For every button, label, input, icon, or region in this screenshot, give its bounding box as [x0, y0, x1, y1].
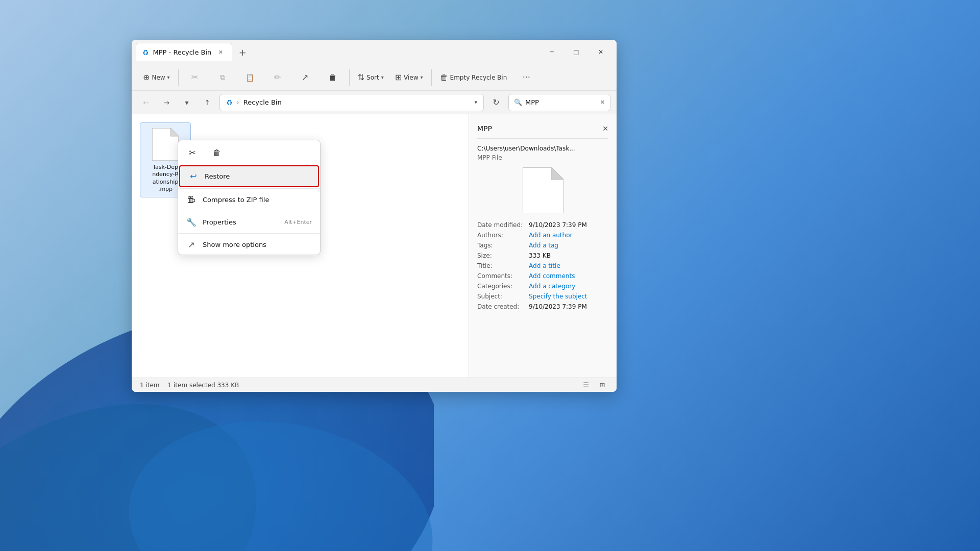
tags-label: Tags: — [477, 242, 523, 249]
categories-value[interactable]: Add a category — [529, 283, 608, 290]
empty-recycle-button[interactable]: 🗑 Empty Recycle Bin — [435, 66, 512, 89]
more-icon: ··· — [523, 72, 530, 82]
address-input[interactable]: ♻ › Recycle Bin ▾ — [219, 94, 484, 111]
new-tab-button[interactable]: + — [234, 44, 251, 60]
ctx-cut-button[interactable]: ✂ — [184, 144, 201, 161]
item-count: 1 item — [140, 382, 160, 389]
cut-button[interactable]: ✂ — [182, 66, 208, 89]
toolbar: ⊕ New ▾ ✂ ⧉ 📋 ✏ ↗ 🗑 ⇅ Sort ▾ ⊞ — [132, 64, 617, 91]
refresh-button[interactable]: ↻ — [488, 94, 504, 111]
sort-icon: ⇅ — [358, 72, 364, 82]
back-button[interactable]: ← — [138, 94, 154, 111]
comments-value[interactable]: Add comments — [529, 272, 608, 280]
share-button[interactable]: ↗ — [292, 66, 318, 89]
paste-icon: 📋 — [246, 73, 254, 82]
ctx-properties-item[interactable]: 🔧 Properties Alt+Enter — [178, 212, 320, 232]
context-menu: ✂ 🗑 ↩ Restore 🗜 Compress to ZIP file — [178, 140, 321, 255]
ctx-more-icon: ↗ — [186, 240, 197, 249]
ctx-properties-icon: 🔧 — [186, 217, 197, 227]
new-button[interactable]: ⊕ New ▾ — [138, 66, 175, 89]
details-file-type: MPP File — [477, 154, 608, 161]
details-file-path: C:\Users\user\Downloads\Task... — [477, 145, 608, 152]
ctx-divider-1 — [178, 188, 320, 189]
details-search: MPP ✕ — [477, 122, 608, 139]
authors-value[interactable]: Add an author — [529, 232, 608, 239]
address-icon: ♻ — [226, 98, 233, 107]
status-bar-right: ☰ ⊞ — [580, 379, 608, 391]
authors-label: Authors: — [477, 232, 523, 239]
recycle-bin-tab-icon: ♻ — [142, 48, 149, 57]
active-tab[interactable]: ♻ MPP - Recycle Bin ✕ — [136, 43, 232, 61]
close-button[interactable]: ✕ — [589, 44, 612, 60]
grid-view-button[interactable]: ⊞ — [596, 379, 608, 391]
details-panel: MPP ✕ C:\Users\user\Downloads\Task... MP… — [469, 114, 617, 378]
address-bar: ← → ▾ ↑ ♻ › Recycle Bin ▾ ↻ 🔍 MPP ✕ — [132, 91, 617, 114]
file-icon — [152, 128, 179, 161]
date-created-value: 9/10/2023 7:39 PM — [529, 303, 608, 310]
date-modified-value: 9/10/2023 7:39 PM — [529, 221, 608, 229]
details-preview — [477, 167, 608, 213]
view-icon: ⊞ — [395, 72, 402, 82]
file-name: Task-Depndency-Rationship.mpp — [152, 164, 179, 193]
ctx-properties-label: Properties — [203, 218, 236, 226]
new-label: New — [152, 74, 165, 81]
view-label: View — [404, 74, 418, 81]
title-label: Title: — [477, 262, 523, 269]
main-content: Task-Depndency-Rationship.mpp ✂ 🗑 ↩ Rest… — [132, 114, 617, 378]
ctx-more-item[interactable]: ↗ Show more options — [178, 235, 320, 255]
rename-icon: ✏ — [274, 72, 281, 82]
copy-icon: ⧉ — [220, 73, 225, 82]
svg-marker-4 — [170, 128, 179, 136]
ctx-cut-icon: ✂ — [189, 148, 195, 158]
title-value[interactable]: Add a title — [529, 262, 608, 269]
forward-button[interactable]: → — [158, 94, 175, 111]
view-button[interactable]: ⊞ View ▾ — [390, 66, 428, 89]
date-modified-label: Date modified: — [477, 221, 523, 229]
maximize-button[interactable]: □ — [565, 44, 588, 60]
explorer-window: ♻ MPP - Recycle Bin ✕ + ─ □ ✕ ⊕ New ▾ ✂ … — [132, 40, 617, 392]
view-dropdown-arrow: ▾ — [421, 74, 423, 80]
separator-2 — [349, 69, 350, 86]
address-separator: › — [237, 98, 239, 106]
ctx-delete-icon: 🗑 — [213, 148, 221, 158]
sort-label: Sort — [366, 74, 379, 81]
list-view-button[interactable]: ☰ — [580, 379, 592, 391]
ctx-divider-3 — [178, 233, 320, 234]
file-icon-wrapper — [150, 127, 181, 162]
file-area[interactable]: Task-Depndency-Rationship.mpp ✂ 🗑 ↩ Rest… — [132, 114, 469, 378]
share-icon: ↗ — [302, 72, 308, 82]
address-dropdown-arrow: ▾ — [474, 99, 477, 106]
cut-icon: ✂ — [191, 72, 198, 82]
ctx-compress-icon: 🗜 — [186, 195, 197, 205]
subject-value[interactable]: Specify the subject — [529, 293, 608, 300]
details-table: Date modified: 9/10/2023 7:39 PM Authors… — [477, 221, 608, 310]
copy-button[interactable]: ⧉ — [209, 66, 236, 89]
subject-label: Subject: — [477, 293, 523, 300]
delete-icon: 🗑 — [329, 72, 337, 82]
sort-button[interactable]: ⇅ Sort ▾ — [353, 66, 389, 89]
ctx-compress-label: Compress to ZIP file — [203, 196, 269, 204]
tab-title: MPP - Recycle Bin — [153, 48, 212, 56]
ctx-restore-icon: ↩ — [188, 171, 199, 181]
up-button[interactable]: ↑ — [199, 94, 215, 111]
ctx-delete-button[interactable]: 🗑 — [209, 144, 225, 161]
svg-point-2 — [112, 398, 434, 551]
delete-button[interactable]: 🗑 — [320, 66, 346, 89]
separator-3 — [431, 69, 432, 86]
tags-value[interactable]: Add a tag — [529, 242, 608, 249]
recent-button[interactable]: ▾ — [179, 94, 195, 111]
minimize-button[interactable]: ─ — [540, 44, 564, 60]
search-bar[interactable]: 🔍 MPP ✕ — [508, 94, 610, 111]
status-bar: 1 item 1 item selected 333 KB ☰ ⊞ — [132, 378, 617, 392]
ctx-compress-item[interactable]: 🗜 Compress to ZIP file — [178, 190, 320, 210]
details-search-close[interactable]: ✕ — [602, 124, 608, 133]
ctx-restore-item[interactable]: ↩ Restore — [179, 165, 319, 187]
rename-button[interactable]: ✏ — [264, 66, 291, 89]
paste-button[interactable]: 📋 — [237, 66, 263, 89]
tab-close-button[interactable]: ✕ — [215, 47, 226, 58]
search-close-button[interactable]: ✕ — [600, 99, 605, 106]
size-value: 333 KB — [529, 252, 608, 259]
search-icon: 🔍 — [514, 98, 522, 106]
new-dropdown-arrow: ▾ — [167, 74, 170, 80]
more-button[interactable]: ··· — [513, 66, 540, 89]
